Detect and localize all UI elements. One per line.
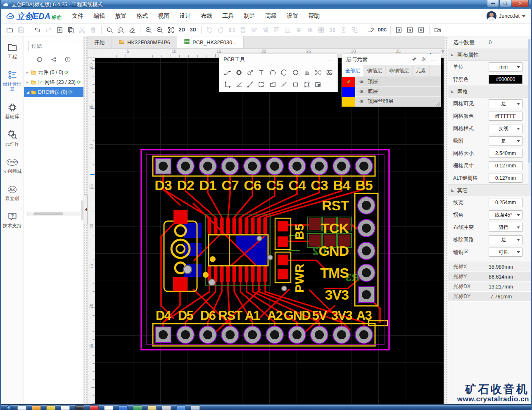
pin-header-right[interactable] bbox=[358, 197, 375, 303]
copy-button[interactable] bbox=[65, 24, 76, 35]
collapse-arrow-icon[interactable]: ▸ bbox=[26, 70, 31, 74]
find-similar-button[interactable] bbox=[115, 24, 126, 35]
sidebar-item-parts-lib[interactable]: 元件库 bbox=[1, 129, 24, 147]
align-right-button[interactable] bbox=[260, 24, 271, 35]
tool-split-icon[interactable] bbox=[278, 79, 290, 91]
taskbar-app-icon[interactable] bbox=[191, 405, 200, 410]
align-center-v-button[interactable] bbox=[304, 24, 316, 35]
property-select[interactable]: 线条45° bbox=[489, 210, 522, 219]
pcb-canvas[interactable]: C2R3D3D2D1C7C6C5C4C3B4B5D4D5D6RSTA1A2GND… bbox=[95, 58, 445, 404]
taskbar-app-icon[interactable] bbox=[119, 405, 128, 410]
tab-document-2[interactable]: PCB_HK32F030... bbox=[177, 36, 244, 48]
menu-item-1[interactable]: 编辑 bbox=[88, 10, 110, 22]
checkbox[interactable]: ✓ bbox=[38, 80, 43, 85]
view-2d-button[interactable]: 2D bbox=[176, 24, 188, 35]
tree-row[interactable]: ◢DRC错误 (0)⟳ bbox=[24, 87, 83, 97]
filter-input[interactable] bbox=[28, 41, 79, 51]
tool-measure-icon[interactable] bbox=[245, 79, 256, 91]
menu-item-5[interactable]: 设计 bbox=[174, 10, 196, 22]
tool-dimension-icon[interactable] bbox=[222, 79, 233, 91]
splitter-collapse-handle[interactable] bbox=[84, 194, 88, 225]
color-swatch-field[interactable]: #000000 bbox=[489, 75, 522, 84]
taskbar-app-icon[interactable] bbox=[147, 405, 157, 410]
refresh-icon[interactable]: ⟳ bbox=[64, 69, 69, 75]
layer-color-swatch[interactable] bbox=[342, 77, 355, 87]
property-select[interactable]: 是 bbox=[489, 99, 522, 108]
property-input[interactable]: 2.540mm bbox=[489, 149, 522, 158]
taskbar-app-icon[interactable] bbox=[32, 405, 41, 410]
taskbar-app-icon[interactable] bbox=[75, 405, 84, 410]
sidebar-item-design-manager[interactable]: 设计管理器 bbox=[1, 69, 24, 92]
align-left-button[interactable] bbox=[249, 24, 260, 35]
sidebar-item-project[interactable]: 工程 bbox=[1, 42, 24, 60]
bom-button[interactable]: B bbox=[393, 24, 404, 35]
tool-rect-icon[interactable] bbox=[290, 79, 301, 91]
minimize-panel-icon[interactable]: — bbox=[430, 57, 437, 62]
menu-item-10[interactable]: 设置 bbox=[282, 10, 303, 22]
sidebar-item-base-lib[interactable]: 基础库 bbox=[1, 102, 24, 119]
new-file-button[interactable] bbox=[4, 24, 15, 35]
panel-splitter[interactable] bbox=[83, 36, 88, 404]
refresh-icon[interactable]: ⟳ bbox=[69, 89, 73, 95]
menu-item-0[interactable]: 文件 bbox=[67, 10, 88, 22]
close-button[interactable]: ✕ bbox=[512, 0, 529, 7]
share-button[interactable] bbox=[432, 24, 443, 35]
route-button[interactable] bbox=[366, 24, 377, 35]
layer-tab-1[interactable]: 铜箔层 bbox=[364, 65, 386, 76]
search-button[interactable] bbox=[104, 24, 115, 35]
layer-row[interactable]: 底层 bbox=[342, 87, 441, 97]
flip-v-button[interactable] bbox=[238, 24, 249, 35]
layer-color-swatch[interactable] bbox=[342, 87, 355, 97]
taskbar-app-icon[interactable] bbox=[162, 405, 171, 410]
menu-item-7[interactable]: 工具 bbox=[217, 10, 239, 22]
tool-drag-icon[interactable] bbox=[301, 67, 312, 79]
taskbar-app-icon[interactable] bbox=[17, 405, 26, 410]
cut-button[interactable] bbox=[76, 24, 88, 35]
tool-solid-region-icon[interactable] bbox=[256, 79, 267, 91]
tool-arc-center-icon[interactable] bbox=[278, 67, 290, 79]
flip-h-button[interactable] bbox=[226, 24, 238, 35]
delete-button[interactable] bbox=[88, 24, 99, 35]
pin-header-bottom[interactable] bbox=[155, 326, 373, 343]
property-input[interactable]: 0.254mm bbox=[489, 198, 522, 207]
property-input[interactable]: 0.127mm bbox=[489, 174, 522, 183]
taskbar-app-icon[interactable] bbox=[133, 405, 142, 410]
taskbar-app-icon[interactable] bbox=[104, 405, 113, 410]
menu-item-3[interactable]: 格式 bbox=[131, 10, 153, 22]
component-icon[interactable] bbox=[36, 56, 43, 64]
taskbar-app-icon[interactable] bbox=[90, 405, 99, 410]
menu-item-11[interactable]: 帮助 bbox=[303, 10, 325, 22]
taskbar-app-icon[interactable] bbox=[176, 405, 185, 410]
layer-color-swatch[interactable] bbox=[342, 97, 355, 107]
refresh-icon[interactable]: ⟳ bbox=[77, 79, 81, 85]
property-select[interactable]: 实线 bbox=[489, 124, 522, 133]
taskbar-app-icon[interactable] bbox=[46, 405, 55, 410]
view-3d-button[interactable]: 3D bbox=[188, 24, 199, 35]
layer-tab-2[interactable]: 非铜箔层 bbox=[386, 65, 413, 76]
rotate-ccw-button[interactable] bbox=[204, 24, 215, 35]
menu-item-8[interactable]: 制造 bbox=[239, 10, 260, 22]
zoom-out-button[interactable] bbox=[154, 24, 165, 35]
align-grid-button[interactable] bbox=[316, 24, 327, 35]
maximize-button[interactable]: ❐ bbox=[499, 0, 511, 7]
save-button[interactable] bbox=[15, 24, 26, 35]
gear-icon[interactable] bbox=[421, 56, 427, 63]
layer-tab-3[interactable]: 元素 bbox=[413, 65, 430, 76]
property-select[interactable]: 阻挡 bbox=[489, 223, 522, 232]
menu-item-2[interactable]: 放置 bbox=[110, 10, 131, 22]
property-select[interactable]: 是 bbox=[489, 136, 522, 145]
eye-icon[interactable] bbox=[355, 79, 368, 85]
pin-icon[interactable] bbox=[411, 56, 417, 63]
resize-grip[interactable] bbox=[436, 102, 440, 106]
layer-tab-0[interactable]: 全部层 bbox=[342, 65, 364, 76]
align-center-h-button[interactable] bbox=[293, 24, 304, 35]
tool-pad-icon[interactable] bbox=[233, 67, 244, 79]
zoom-in-button[interactable] bbox=[143, 24, 154, 35]
pcb-board[interactable]: C2R3D3D2D1C7C6C5C4C3B4B5D4D5D6RSTA1A2GND… bbox=[95, 58, 445, 404]
menu-item-6[interactable]: 布线 bbox=[196, 10, 217, 22]
undo-button[interactable] bbox=[32, 24, 43, 35]
property-select[interactable]: mm bbox=[489, 62, 522, 72]
property-select[interactable]: 是 bbox=[489, 235, 522, 244]
menu-item-4[interactable]: 视图 bbox=[153, 10, 174, 22]
panel-scrollbar[interactable] bbox=[528, 39, 531, 188]
